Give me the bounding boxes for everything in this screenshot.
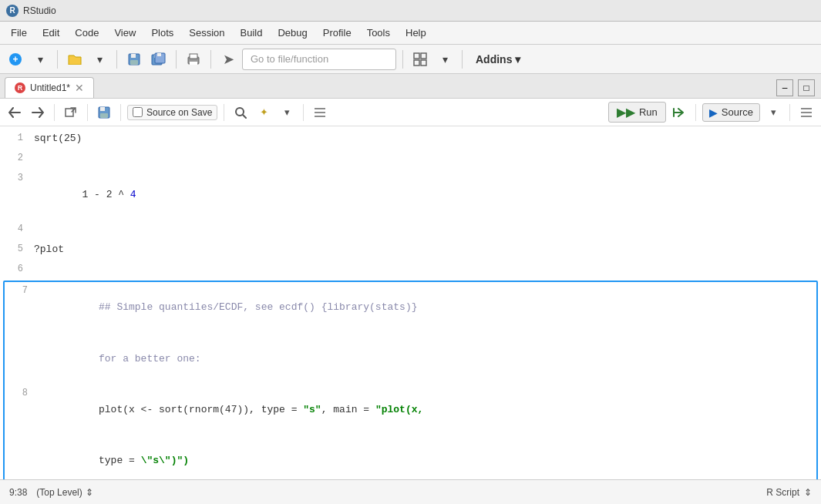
toolbar-sep-5 [402, 50, 403, 69]
menu-tools[interactable]: Tools [359, 24, 398, 42]
tab-r-icon: R [15, 82, 25, 93]
ed-sep-3 [120, 104, 121, 121]
code-line-8b: type = \"s\")") [5, 436, 816, 479]
svg-rect-11 [190, 62, 197, 65]
ed-sep-4 [224, 104, 224, 121]
menu-profile[interactable]: Profile [315, 24, 359, 42]
search-button[interactable] [230, 102, 251, 123]
main-toolbar: + ▾ ▾ ➤ Go to file/function ▾ Addins ▾ [0, 45, 821, 74]
run-button[interactable]: ▶▶ Run [608, 102, 666, 123]
grid-button[interactable] [409, 49, 431, 70]
addins-arrow: ▾ [515, 53, 520, 66]
line-content-4 [31, 220, 821, 223]
line-content-1: sqrt(25) [31, 129, 821, 149]
go-to-function-input[interactable]: Go to file/function [242, 49, 396, 70]
code-editor[interactable]: 1 sqrt(25) 2 3 1 - 2 ^ 4 4 5 ?plot 6 [0, 126, 821, 479]
app-icon: R [6, 5, 19, 17]
line-number-3: 3 [0, 170, 31, 186]
maximize-editor-button[interactable]: □ [798, 79, 815, 96]
code-line-3: 3 1 - 2 ^ 4 [0, 170, 821, 220]
back-button[interactable] [5, 102, 25, 123]
script-type[interactable]: R Script [766, 487, 799, 498]
line8-part2: , main = [321, 404, 375, 415]
new-file-button[interactable]: + [5, 49, 26, 70]
open-file-button[interactable] [64, 49, 86, 70]
save-editor-button[interactable] [94, 102, 114, 123]
new-file-dropdown[interactable]: ▾ [29, 49, 51, 70]
menu-plots[interactable]: Plots [143, 24, 181, 42]
menu-code[interactable]: Code [67, 24, 106, 42]
tab-close-button[interactable]: ✕ [75, 82, 84, 94]
minimize-editor-button[interactable]: – [776, 79, 793, 96]
line-number-7: 7 [5, 282, 35, 298]
code-line-6: 6 [0, 260, 821, 281]
line-number-8b [5, 436, 35, 438]
save-button[interactable] [123, 49, 145, 70]
code-level-text: (Top Level) [36, 487, 82, 498]
menu-bar: File Edit Code View Plots Session Build … [0, 22, 821, 45]
toolbar-sep-4 [210, 50, 211, 69]
code-line-5: 5 ?plot [0, 240, 821, 260]
svg-rect-13 [421, 53, 426, 59]
line8-string2: "plot(x, [375, 404, 423, 415]
status-bar: 9:38 (Top Level) ⇕ R Script ⇕ [0, 479, 821, 504]
open-recent-button[interactable]: ▾ [89, 49, 110, 70]
code-line-4: 4 [0, 220, 821, 240]
wand-dropdown[interactable]: ▾ [277, 102, 297, 123]
source-on-save-checkbox[interactable]: Source on Save [127, 105, 217, 120]
svg-rect-19 [100, 113, 108, 118]
toolbar-sep-2 [116, 50, 117, 69]
svg-rect-14 [414, 60, 419, 66]
menu-debug[interactable]: Debug [270, 24, 315, 42]
editor-tab[interactable]: R Untitled1* ✕ [5, 77, 94, 98]
show-in-new-window-button[interactable] [61, 102, 81, 123]
line8b-part1: type = [99, 455, 141, 466]
source-arrow-icon: ▶ [709, 106, 718, 119]
source-button[interactable]: ▶ Source [702, 103, 760, 122]
code-level[interactable]: (Top Level) ⇕ [36, 487, 93, 498]
toolbar-sep-1 [57, 50, 58, 69]
line-content-8b: type = \"s\")") [35, 436, 816, 479]
svg-rect-8 [157, 53, 161, 56]
indent-button[interactable] [310, 102, 330, 123]
code-line-1: 1 sqrt(25) [0, 129, 821, 150]
cursor-position-text: 9:38 [9, 487, 27, 498]
menu-view[interactable]: View [106, 24, 143, 42]
line-number-8: 8 [5, 385, 35, 401]
print-button[interactable] [183, 49, 204, 70]
save-all-button[interactable] [148, 49, 170, 70]
grid-dropdown[interactable]: ▾ [434, 49, 456, 70]
line3-num: 4 [130, 189, 136, 200]
addins-button[interactable]: Addins ▾ [469, 50, 527, 69]
ed-sep-7 [789, 104, 790, 121]
line-content-7b: for a better one: [35, 334, 816, 385]
line-content-8: plot(x <- sort(rnorm(47)), type = "s", m… [35, 385, 816, 435]
menu-build[interactable]: Build [233, 24, 271, 42]
tab-name: Untitled1* [30, 82, 70, 93]
menu-edit[interactable]: Edit [35, 24, 67, 42]
line-number-5: 5 [0, 240, 31, 257]
script-type-arrow[interactable]: ⇕ [804, 487, 812, 498]
menu-lines-button[interactable] [796, 102, 816, 123]
goto-arrow-icon: ➤ [217, 49, 239, 70]
wand-button[interactable]: ✦ [254, 102, 274, 123]
source-on-save-input[interactable] [133, 107, 143, 117]
menu-help[interactable]: Help [398, 24, 434, 42]
run-label: Run [639, 106, 658, 118]
line-number-1: 1 [0, 129, 31, 146]
highlighted-code-block: 7 ## Simple quantiles/ECDF, see ecdf() {… [3, 281, 818, 479]
menu-file[interactable]: File [3, 24, 35, 42]
editor-container: R Untitled1* ✕ – □ Source on Save [0, 74, 821, 479]
line-number-2: 2 [0, 150, 31, 166]
editor-toolbar: Source on Save ✦ ▾ ▶▶ Run ▶ Source ▾ [0, 99, 821, 126]
line-number-6: 6 [0, 260, 31, 277]
source-on-save-label: Source on Save [146, 107, 212, 118]
run-prev-button[interactable] [669, 102, 689, 123]
menu-session[interactable]: Session [181, 24, 232, 42]
svg-rect-10 [190, 54, 197, 59]
forward-button[interactable] [28, 102, 48, 123]
code-line-8: 8 plot(x <- sort(rnorm(47)), type = "s",… [5, 385, 816, 435]
source-dropdown[interactable]: ▾ [763, 102, 783, 123]
svg-rect-4 [130, 60, 138, 65]
svg-rect-3 [131, 54, 136, 58]
